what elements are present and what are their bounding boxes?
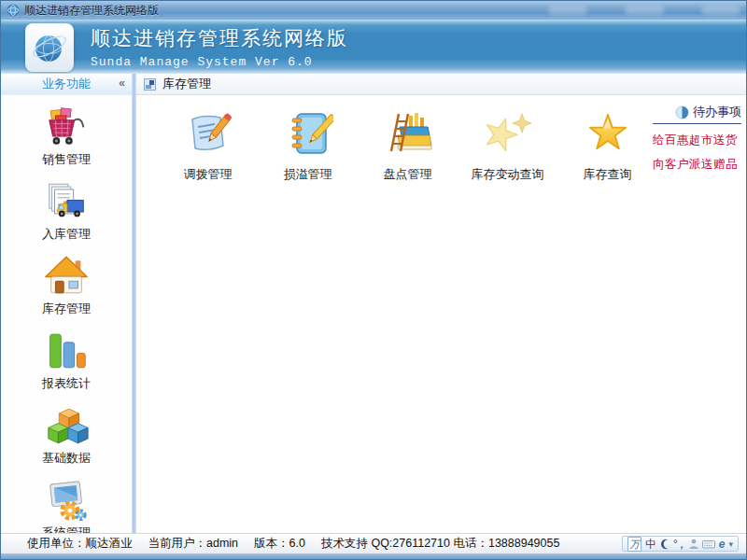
- status-version: 版本：6.0: [254, 536, 305, 552]
- sidebar-item-basedata[interactable]: 基础数据: [1, 399, 132, 473]
- status-bar: 使用单位：顺达酒业 当前用户：admin 版本：6.0 技术支持 QQ:2761…: [1, 533, 746, 553]
- books-ladder-icon: [383, 108, 433, 159]
- titlebar-glass-reflections: [548, 6, 740, 15]
- sidebar-item-label: 基础数据: [42, 450, 91, 467]
- sidebar-item-label: 库存管理: [42, 301, 91, 317]
- module-label: 库存查询: [584, 166, 632, 183]
- sidebar-item-sales[interactable]: 销售管理: [1, 100, 132, 175]
- shopping-cart-icon: [43, 105, 90, 148]
- window-tile-icon: [144, 78, 156, 91]
- document-pencil-icon: [183, 108, 233, 159]
- window-bottom-frame: [1, 553, 746, 559]
- header-banner: 顺达进销存管理系统网络版 Sunda Manage System Ver 6.0: [1, 20, 746, 74]
- todo-title: 待办事项: [693, 104, 741, 120]
- app-window: 顺达进销存管理系统网络版 顺达进销存管理系统网络版: [0, 0, 747, 560]
- app-subtitle: Sunda Manage System Ver 6.0: [91, 55, 348, 69]
- module-transfer[interactable]: 调拨管理: [166, 108, 249, 183]
- sidebar-item-inbound[interactable]: 入库管理: [1, 175, 132, 249]
- documents-truck-icon: [43, 179, 90, 223]
- app-globe-small-icon: [7, 4, 20, 17]
- status-support: 技术支持 QQ:276112710 电话：13888949055: [321, 536, 559, 552]
- content-area: 调拨管理: [136, 95, 746, 533]
- module-label: 盘点管理: [384, 166, 432, 183]
- bar-chart-icon: [43, 329, 90, 372]
- sidebar-item-label: 入库管理: [42, 226, 91, 243]
- ime-logo[interactable]: 万: [627, 537, 641, 552]
- app-title: 顺达进销存管理系统网络版: [91, 25, 348, 51]
- moon-icon[interactable]: [660, 539, 669, 550]
- sidebar-item-inventory[interactable]: 库存管理: [1, 249, 132, 324]
- todo-panel: 待办事项 给百惠超市送货 向客户派送赠品: [653, 104, 741, 173]
- module-label: 调拨管理: [184, 166, 233, 183]
- sidebar-item-label: 报表统计: [42, 375, 91, 392]
- sidebar-collapse-button[interactable]: «: [119, 77, 124, 90]
- main-area: 库存管理: [136, 74, 746, 533]
- sphere-icon: [675, 105, 689, 119]
- todo-item-delivery[interactable]: 给百惠超市送货: [653, 133, 741, 148]
- todo-header: 待办事项: [653, 104, 741, 124]
- status-company: 使用单位：顺达酒业: [27, 536, 133, 552]
- module-stocktake[interactable]: 盘点管理: [366, 108, 449, 183]
- tab-bar: 库存管理: [136, 74, 746, 95]
- module-loss-overflow[interactable]: 损溢管理: [266, 108, 349, 183]
- module-stock-query[interactable]: 库存查询: [566, 108, 649, 183]
- sidebar: 业务功能 « 销售管理: [1, 74, 132, 533]
- titlebar[interactable]: 顺达进销存管理系统网络版: [1, 1, 746, 20]
- module-label: 库存变动查询: [472, 166, 544, 183]
- sidebar-item-label: 销售管理: [42, 151, 91, 168]
- sidebar-header: 业务功能 «: [1, 74, 132, 95]
- status-current-user: 当前用户：admin: [148, 536, 239, 552]
- building-blocks-icon: [43, 403, 90, 447]
- person-icon[interactable]: [689, 539, 698, 550]
- ime-lang-mode[interactable]: 中: [645, 538, 656, 551]
- monitor-gear-icon: [43, 478, 90, 522]
- window-title: 顺达进销存管理系统网络版: [24, 3, 159, 19]
- ime-toolbar: 万 中 °， e ▾: [622, 536, 739, 552]
- sidebar-title: 业务功能: [42, 76, 91, 92]
- module-stock-change-query[interactable]: 库存变动查询: [466, 108, 549, 183]
- ime-punctuation[interactable]: °，: [673, 538, 685, 551]
- sidebar-item-reports[interactable]: 报表统计: [1, 324, 132, 399]
- sidebar-items: 销售管理 入: [1, 95, 132, 548]
- ime-settings-icon[interactable]: e: [719, 538, 726, 551]
- header-titles: 顺达进销存管理系统网络版 Sunda Manage System Ver 6.0: [91, 25, 348, 69]
- gold-star-icon: [583, 108, 633, 159]
- chevron-down-icon[interactable]: ▾: [728, 538, 733, 551]
- app-logo: [25, 23, 74, 72]
- tab-inventory-management[interactable]: 库存管理: [162, 76, 211, 92]
- globe-network-icon: [29, 27, 70, 68]
- house-icon: [43, 254, 90, 298]
- pale-stars-icon: [483, 108, 533, 159]
- todo-item-gifts[interactable]: 向客户派送赠品: [653, 157, 741, 173]
- notebook-pencil-icon: [283, 108, 333, 159]
- module-label: 损溢管理: [284, 166, 332, 183]
- keyboard-icon[interactable]: [702, 539, 715, 550]
